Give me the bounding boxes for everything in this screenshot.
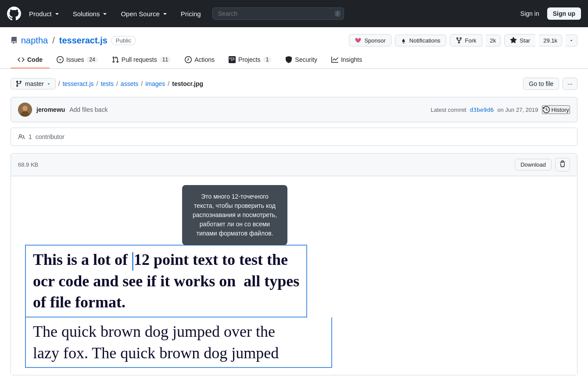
star-count[interactable]: 29.1k: [539, 35, 562, 46]
star-dropdown-button[interactable]: [566, 35, 577, 46]
signup-button[interactable]: Sign up: [547, 7, 581, 20]
github-logo-icon[interactable]: [7, 7, 21, 21]
history-icon: [543, 106, 550, 113]
branch-icon: [15, 80, 22, 87]
svg-point-1: [22, 106, 28, 111]
chevron-down-icon: [101, 10, 108, 17]
nav-right-actions: Sign in Sign up: [516, 7, 581, 20]
repo-owner-link[interactable]: naptha: [21, 36, 48, 46]
translation-tooltip: Это много 12-точечного текста, чтобы про…: [182, 185, 287, 245]
ocr-text-line2: The quick brown dog jumped over thelazy …: [33, 323, 279, 362]
file-image-area: Это много 12-точечного текста, чтобы про…: [11, 176, 577, 375]
contributor-count: 1: [29, 133, 32, 140]
breadcrumb-bar: master / tesseract.js / tests / assets /…: [11, 78, 577, 90]
breadcrumb-filename: testocr.jpg: [172, 80, 203, 87]
sponsor-button[interactable]: Sponsor: [349, 34, 391, 46]
contributors-icon: [18, 133, 25, 140]
repo-action-buttons: Sponsor Notifications Fork 2k Star 29.1k: [349, 34, 577, 46]
notifications-button[interactable]: Notifications: [395, 35, 446, 46]
star-button[interactable]: Star: [504, 34, 535, 46]
commit-date: on Jun 27, 2019: [497, 107, 538, 113]
commit-message: Add files back: [69, 106, 108, 113]
breadcrumb-tests[interactable]: tests: [100, 80, 114, 87]
more-options-button[interactable]: ···: [563, 78, 577, 90]
top-nav: Product Solutions Open Source Pricing / …: [0, 0, 588, 27]
tab-code[interactable]: Code: [11, 52, 50, 68]
solutions-nav-item[interactable]: Solutions: [68, 7, 113, 20]
file-view: 68.9 KB Download Это много 12-точечного …: [11, 153, 577, 375]
commit-info: jeromewu Add files back: [36, 106, 427, 113]
chevron-down-icon: [569, 38, 574, 43]
repo-name-link[interactable]: tesseract.js: [59, 36, 108, 46]
search-kbd: /: [335, 11, 341, 17]
history-button[interactable]: History: [542, 105, 570, 114]
delete-button[interactable]: [555, 158, 570, 171]
tab-security[interactable]: Security: [278, 52, 324, 68]
ocr-text-block-2: The quick brown dog jumped over thelazy …: [25, 317, 332, 368]
pr-icon: [112, 56, 119, 63]
security-icon: [285, 56, 292, 63]
download-button[interactable]: Download: [515, 159, 552, 171]
repo-icon: [11, 37, 18, 44]
contributor-label: contributor: [36, 133, 65, 140]
avatar-image: [18, 103, 32, 117]
fork-icon: [455, 37, 463, 44]
ocr-text-line1: This is a lot of 12 point text to test t…: [33, 251, 299, 311]
bell-icon: [401, 37, 407, 43]
tab-issues[interactable]: Issues 24: [50, 52, 105, 68]
ocr-text-block-1: This is a lot of 12 point text to test t…: [25, 245, 307, 317]
repo-header: naptha / tesseract.js Public Sponsor Not…: [0, 27, 588, 69]
chevron-down-icon: [47, 82, 51, 86]
avatar: [18, 103, 32, 117]
repo-tabs: Code Issues 24 Pull requests 11 Actions …: [11, 52, 577, 68]
tab-projects[interactable]: Projects 1: [222, 52, 278, 68]
breadcrumb-images[interactable]: images: [145, 80, 165, 87]
tab-pull-requests[interactable]: Pull requests 11: [105, 52, 178, 68]
file-header: 68.9 KB Download: [11, 153, 577, 176]
commit-hash[interactable]: d3be9d6: [470, 107, 494, 113]
go-to-file-button[interactable]: Go to file: [523, 78, 559, 90]
projects-count-badge: 1: [263, 57, 272, 63]
branch-selector[interactable]: master: [11, 78, 56, 89]
code-icon: [18, 56, 25, 63]
chevron-down-icon: [54, 10, 61, 17]
file-header-actions: Download: [515, 158, 570, 171]
trash-icon: [559, 160, 566, 168]
repo-visibility-badge: Public: [111, 36, 136, 45]
main-content: master / tesseract.js / tests / assets /…: [0, 69, 588, 378]
issue-icon: [57, 56, 64, 63]
opensource-nav-item[interactable]: Open Source: [116, 7, 172, 20]
insights-icon: [331, 56, 338, 63]
fork-button[interactable]: Fork: [450, 34, 482, 46]
latest-commit-label: Latest commit: [431, 107, 466, 113]
pr-count-badge: 11: [160, 57, 171, 63]
contributors-bar: 1 contributor: [11, 128, 577, 146]
signin-button[interactable]: Sign in: [516, 8, 544, 19]
tab-insights[interactable]: Insights: [324, 52, 369, 68]
search-input[interactable]: [212, 7, 344, 20]
search-bar: /: [212, 7, 344, 20]
projects-icon: [229, 56, 236, 63]
file-size: 68.9 KB: [18, 161, 38, 168]
star-icon: [510, 37, 517, 44]
commit-meta: Latest commit d3be9d6 on Jun 27, 2019 Hi…: [431, 105, 570, 114]
ocr-content: This is a lot of 12 point text to test t…: [18, 245, 570, 368]
fork-count[interactable]: 2k: [486, 35, 501, 46]
chevron-down-icon: [161, 10, 169, 17]
repo-title-row: naptha / tesseract.js Public Sponsor Not…: [11, 34, 577, 46]
tooltip-text: Это много 12-точечного текста, чтобы про…: [193, 193, 277, 237]
heart-icon: [355, 37, 362, 44]
breadcrumb-actions: Go to file ···: [523, 78, 577, 90]
breadcrumb: master / tesseract.js / tests / assets /…: [11, 78, 203, 89]
commit-author: jeromewu: [36, 106, 65, 113]
actions-icon: [185, 56, 192, 63]
issues-count-badge: 24: [86, 57, 97, 63]
tab-actions[interactable]: Actions: [178, 52, 222, 68]
history-label: History: [552, 107, 569, 113]
breadcrumb-assets[interactable]: assets: [121, 80, 138, 87]
pricing-nav-item[interactable]: Pricing: [176, 7, 205, 20]
product-nav-item[interactable]: Product: [25, 7, 65, 20]
branch-name: master: [25, 80, 44, 87]
cursor: [132, 252, 133, 271]
breadcrumb-repo[interactable]: tesseract.js: [63, 80, 94, 87]
